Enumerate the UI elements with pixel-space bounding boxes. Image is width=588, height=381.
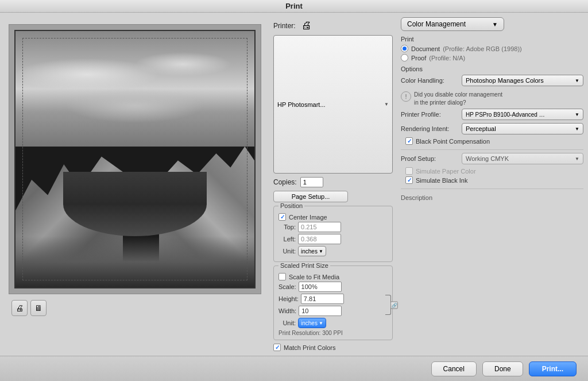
simulate-paper-row: Simulate Paper Color (405, 167, 583, 175)
left-input[interactable] (298, 234, 341, 244)
proof-setup-arrow: ▼ (575, 156, 579, 161)
copies-row: Copies: (273, 177, 393, 187)
page-setup-button[interactable]: Page Setup... (273, 191, 348, 202)
divider2 (401, 188, 583, 189)
height-row: Height: (278, 294, 388, 304)
proof-setup-select[interactable]: Working CMYK ▼ (462, 153, 583, 164)
print-button[interactable]: Print... (529, 361, 577, 376)
bottom-bar: Print Selected Area Cancel Done Print... (0, 356, 588, 381)
top-label: Top: (278, 224, 296, 230)
color-handling-arrow: ▼ (575, 78, 579, 83)
match-print-checkbox[interactable] (273, 344, 281, 351)
left-label: Left: (278, 236, 296, 243)
done-button[interactable]: Done (482, 361, 523, 376)
preview-panel: 🖨 🖥 (0, 13, 270, 381)
printer-profile-label: Printer Profile: (401, 111, 458, 118)
color-management-label: Color Management (407, 20, 466, 28)
printer-label: Printer: (273, 22, 299, 30)
preview-area (9, 24, 261, 294)
unit2-label: Unit: (278, 320, 296, 326)
rendering-intent-label: Rendering Intent: (401, 125, 458, 132)
options-label: Options (401, 66, 583, 72)
scaled-print-label: Scaled Print Size (278, 262, 330, 269)
black-point-label: Black Point Compensation (416, 138, 490, 145)
center-image-checkbox[interactable] (278, 213, 286, 221)
top-row: Top: (278, 222, 388, 232)
bottom-icons: 🖨 🖥 (11, 300, 47, 316)
proof-radio[interactable] (401, 54, 408, 61)
printer-select[interactable]: HP Photosmart... ▼ (273, 35, 393, 174)
printer-profile-row: Printer Profile: HP PSPro B9100-Advanced… (401, 109, 583, 120)
printer-profile-select[interactable]: HP PSPro B9100-Advanced Photo Soft-.... … (462, 109, 583, 120)
proof-radio-row: Proof (Profile: N/A) (401, 54, 583, 61)
printer-select-arrow: ▼ (384, 102, 389, 107)
rendering-intent-row: Rendering Intent: Perceptual ▼ (401, 123, 583, 134)
simulate-black-label: Simulate Black Ink (416, 177, 467, 184)
simulate-black-checkbox[interactable] (405, 176, 413, 184)
simulate-paper-label: Simulate Paper Color (416, 168, 476, 175)
printer-profile-arrow: ▼ (575, 112, 579, 117)
printer-select-value: HP Photosmart... (277, 101, 326, 108)
width-input[interactable] (299, 306, 342, 316)
warning-box: ! Did you disable color managementin the… (401, 91, 583, 107)
scale-to-fit-checkbox[interactable] (278, 273, 286, 280)
position-group-label: Position (278, 202, 304, 209)
warning-text: Did you disable color managementin the p… (414, 91, 502, 107)
copies-input[interactable] (300, 177, 323, 187)
height-label: Height: (278, 295, 299, 302)
printer-icon[interactable]: 🖨 (301, 20, 312, 32)
warning-icon: ! (401, 91, 411, 102)
unit-row: Unit: inches ▼ (278, 246, 388, 256)
width-label: Width: (278, 307, 296, 314)
scale-label: Scale: (278, 283, 296, 290)
black-point-row: Black Point Compensation (405, 137, 583, 145)
print-resolution: Print Resolution: 300 PPI (278, 330, 388, 336)
proof-label: Proof (411, 55, 426, 61)
black-point-checkbox[interactable] (405, 137, 413, 145)
proof-profile: (Profile: N/A) (429, 55, 465, 61)
cancel-button[interactable]: Cancel (431, 361, 477, 376)
color-handling-select[interactable]: Photoshop Manages Colors ▼ (462, 75, 583, 86)
scale-to-fit-label: Scale to Fit Media (289, 274, 339, 280)
center-image-row: Center Image (278, 213, 388, 221)
height-input[interactable] (301, 294, 344, 304)
print-section-label: Print (401, 36, 583, 43)
scale-row: Scale: (278, 282, 388, 292)
document-radio-row: Document (Profile: Adobe RGB (1998)) (401, 45, 583, 52)
match-print-row: Match Print Colors (273, 344, 393, 351)
top-input[interactable] (298, 222, 341, 232)
scaled-print-group: Scaled Print Size Scale to Fit Media Sca… (273, 265, 393, 340)
document-label: Document (411, 45, 440, 52)
simulate-black-row: Simulate Black Ink (405, 176, 583, 184)
unit-select-arrow: ▼ (319, 249, 323, 254)
proof-setup-label: Proof Setup: (401, 155, 458, 162)
next-icon-btn[interactable]: 🖥 (30, 300, 47, 316)
link-icon[interactable]: 🔗 (390, 301, 398, 309)
rendering-intent-select[interactable]: Perceptual ▼ (462, 123, 583, 134)
description-label: Description (401, 194, 583, 201)
document-radio[interactable] (401, 45, 408, 52)
unit-select[interactable]: inches ▼ (298, 246, 326, 256)
divider (401, 149, 583, 150)
unit-label: Unit: (278, 248, 296, 255)
color-handling-value: Photoshop Manages Colors (466, 77, 544, 84)
rendering-intent-value: Perceptual (466, 125, 496, 132)
color-management-dropdown[interactable]: Color Management ▼ (401, 17, 504, 31)
unit2-select[interactable]: inches ▼ (298, 318, 326, 328)
window-title: Print (285, 2, 303, 10)
scale-to-fit-row: Scale to Fit Media (278, 273, 388, 280)
rendering-intent-arrow: ▼ (575, 126, 579, 132)
printer-row: Printer: 🖨 (273, 20, 393, 32)
color-handling-row: Color Handling: Photoshop Manages Colors… (401, 75, 583, 86)
color-handling-label: Color Handling: (401, 77, 458, 84)
match-print-label: Match Print Colors (284, 344, 335, 351)
width-row: Width: (278, 306, 388, 316)
simulate-paper-checkbox[interactable] (405, 167, 413, 175)
unit2-row: Unit: inches ▼ (278, 318, 388, 328)
document-profile: (Profile: Adobe RGB (1998)) (443, 45, 522, 52)
printer-profile-value: HP PSPro B9100-Advanced Photo Soft-.... (466, 111, 546, 118)
scale-input[interactable] (299, 282, 342, 292)
proof-setup-value: Working CMYK (466, 155, 509, 162)
position-group: Position Center Image Top: Left: Unit: i… (273, 206, 393, 262)
prev-icon-btn[interactable]: 🖨 (11, 300, 28, 316)
